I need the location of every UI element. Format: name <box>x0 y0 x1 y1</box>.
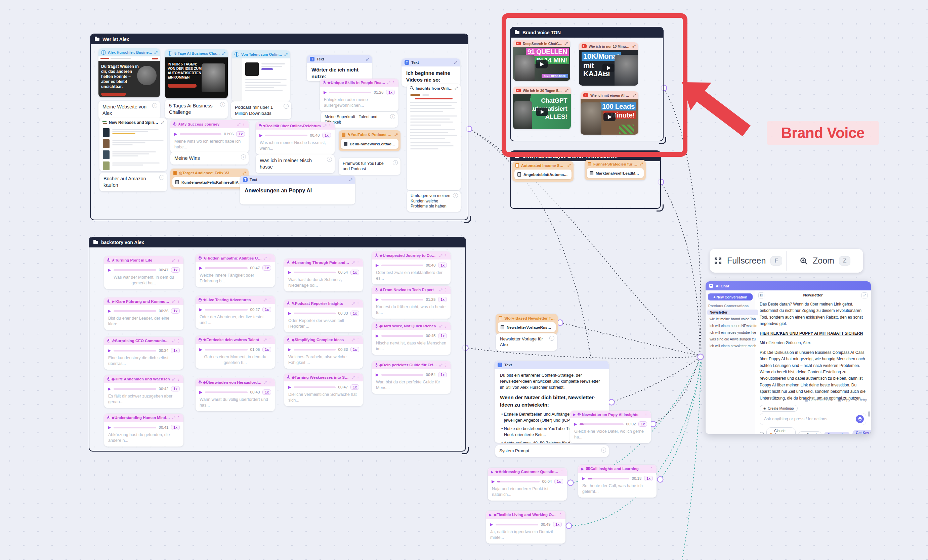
key-insights-button[interactable]: Get Key Insights <box>852 430 871 434</box>
progress-bar[interactable] <box>114 388 156 390</box>
audio-card-header[interactable]: ♥Realität über Online-Reichtum ⤢⋮ <box>256 122 335 129</box>
playback-rate[interactable]: 1x <box>171 425 180 430</box>
expand-icon[interactable]: ⤢ <box>439 254 442 258</box>
play-button[interactable]: ▶ <box>288 385 291 390</box>
audio-card-header[interactable]: ►Klare Führung und Kommunikation⤢⋮ <box>104 297 183 305</box>
play-button[interactable]: ▶ <box>375 333 379 338</box>
play-button[interactable]: ▶ <box>574 422 577 426</box>
expand-icon[interactable]: ⤢ <box>387 81 390 85</box>
audio-card-reporter-insights[interactable]: ✎Podcast Reporter Insights⤢⋮ ▶00:331x Od… <box>284 300 363 332</box>
info-icon[interactable]: i <box>393 160 398 165</box>
progress-bar[interactable] <box>205 309 247 310</box>
progress-bar[interactable] <box>114 427 156 428</box>
progress-bar[interactable] <box>382 299 423 300</box>
more-icon[interactable]: ⋮ <box>444 254 447 258</box>
more-icon[interactable]: ⋮ <box>444 288 447 292</box>
play-button[interactable]: ▶ <box>375 372 379 377</box>
play-button[interactable]: ▶ <box>582 476 585 481</box>
progress-bar[interactable] <box>580 423 623 425</box>
playback-rate[interactable]: 1x <box>171 348 180 353</box>
books-card[interactable]: New Releases and Spiritu... ⤢ <box>99 118 167 171</box>
insights-card[interactable]: Insights from Online B... ⤢ <box>407 84 461 190</box>
web-card-header[interactable]: 5-Tage AI Business Challenge: Autom... ⤢ <box>165 49 228 58</box>
expand-icon[interactable]: ⤢ <box>284 52 287 57</box>
audio-card-success-journey[interactable]: ★My Success Journey ⤢⋮ ▶01:061x Meine wi… <box>170 120 249 153</box>
doc-card-header[interactable]: ◎Target Audience: Felix V3 ⤢ <box>170 169 249 177</box>
info-icon[interactable]: i <box>549 336 554 341</box>
play-button[interactable]: ▶ <box>199 347 202 352</box>
play-button[interactable]: ▶ <box>288 311 291 316</box>
text-card-header[interactable]: T Text ⤢ <box>307 55 372 63</box>
generate-audio-button[interactable]: ▦ Generate audio <box>805 398 833 402</box>
new-conversation-button[interactable]: + New Conversation <box>708 294 752 300</box>
audio-card-header[interactable]: ★Unexpected Journey to Coaching⤢⋮ <box>372 251 450 260</box>
note-card[interactable]: 5 Tages Ai Business Challenge i <box>165 100 228 119</box>
expand-icon[interactable]: ⤢ <box>349 178 352 182</box>
group-header[interactable]: Wer ist Alex <box>91 34 468 44</box>
expand-icon[interactable]: ⤢ <box>263 298 266 302</box>
more-icon[interactable]: ⋮ <box>650 467 653 471</box>
play-button[interactable]: ▶ <box>199 266 202 270</box>
conversation-item[interactable]: was sind die Anweisungen zu <box>707 336 758 342</box>
playback-rate[interactable]: 1x <box>263 307 271 312</box>
audio-card-header[interactable]: ◆Understanding Human Mindsets⤢⋮ <box>104 414 183 422</box>
ai-chat-panel[interactable]: AI Chat + New Conversation Previous Conv… <box>705 282 871 434</box>
audio-card-header[interactable]: ★Learning Through Pain and Support⤢⋮ <box>284 259 363 266</box>
doc-file-row[interactable]: NewsletterVorlageRussellBrunsonfur... <box>498 322 556 332</box>
conversation-item[interactable]: wie ist meine brand voice Ton <box>707 316 758 322</box>
chat-input[interactable]: Ask anything or press / for actions <box>760 413 866 425</box>
play-button[interactable]: ▶ <box>199 390 202 394</box>
expand-icon[interactable]: ⤢ <box>454 61 457 65</box>
playback-rate[interactable]: 1x <box>553 522 562 527</box>
more-icon[interactable]: ⋮ <box>560 470 564 474</box>
expand-icon[interactable]: ⤢ <box>351 375 354 380</box>
play-button[interactable]: ▶ <box>490 522 493 527</box>
note-card[interactable]: Meine Wins i <box>170 152 249 164</box>
playback-rate[interactable]: 1x <box>171 267 180 272</box>
more-icon[interactable]: ⋮ <box>559 513 562 517</box>
expand-icon[interactable]: ⤢ <box>161 120 164 125</box>
more-icon[interactable]: ⋮ <box>356 301 360 306</box>
audio-card-klare-fuehrung[interactable]: ►Klare Führung und Kommunikation⤢⋮ ▶00:3… <box>104 297 183 330</box>
expand-icon[interactable]: ⤢ <box>351 338 354 342</box>
expand-icon[interactable]: ⤢ <box>263 256 266 260</box>
progress-bar[interactable] <box>382 374 423 376</box>
audio-card-realitaet[interactable]: ♥Realität über Online-Reichtum ⤢⋮ ▶00:40… <box>256 122 335 154</box>
audio-card-header[interactable]: ★Hidden Empathic Abilities Unveiled⤢⋮ <box>195 254 275 262</box>
doc-card-target-audience[interactable]: ◎Target Audience: Felix V3 ⤢ Kundenavata… <box>170 169 249 189</box>
progress-bar[interactable] <box>588 478 629 479</box>
audio-card-header[interactable]: ◆Simplifying Complex Ideas⤢⋮ <box>284 336 363 344</box>
expand-icon[interactable]: ⤢ <box>455 86 458 90</box>
web-card-header[interactable]: Von Talent zum Online-Bu... ⤢ <box>232 50 290 58</box>
progress-bar[interactable] <box>205 349 247 350</box>
more-icon[interactable]: ⋮ <box>444 363 447 367</box>
play-button[interactable]: ▶ <box>108 348 111 353</box>
audio-card-hard-work[interactable]: ◆Hard Work, Not Quick Riches⤢⋮ ▶00:451x … <box>372 322 450 355</box>
voice-input-button[interactable] <box>856 415 864 423</box>
expand-icon[interactable]: ⤢ <box>172 339 175 343</box>
audio-card-header[interactable]: ★Turning Point in Life⤢⋮ <box>104 256 183 264</box>
audio-card-header[interactable]: ▶ ◆Flexible Living and Working Options ⋮ <box>486 511 565 519</box>
expand-icon[interactable]: ⤢ <box>172 299 175 303</box>
audio-card-wahres-talent[interactable]: ★Entdecke dein wahres Talent⤢⋮ ▶01:051x … <box>195 336 275 369</box>
doc-card-header[interactable]: Funnel-Strategien für Produktver... ⤢ <box>585 160 646 168</box>
more-icon[interactable]: ⋮ <box>356 375 360 380</box>
expand-chat-icon[interactable]: ⤢ <box>861 292 867 298</box>
more-icon[interactable]: ⋮ <box>356 338 360 342</box>
expand-icon[interactable]: ⤢ <box>351 301 354 306</box>
audio-card-call-insights[interactable]: ▶ ☎Call Insights and Learning ⋮ ▶00:181x… <box>578 465 656 498</box>
web-card-header[interactable]: Alex Hurschler: Business auf Autopil... … <box>98 48 160 56</box>
more-icon[interactable]: ⋮ <box>268 380 272 385</box>
conversation-item[interactable]: ich will einen newsletter mach <box>707 343 758 349</box>
progress-bar[interactable] <box>294 272 335 273</box>
info-icon[interactable]: i <box>220 102 225 107</box>
progress-bar[interactable] <box>114 269 156 271</box>
more-icon[interactable]: ⋮ <box>242 122 246 126</box>
playback-rate[interactable]: 1x <box>554 479 563 484</box>
audio-card-header[interactable]: ◆Hilfe Annehmen und Wachsen⤢⋮ <box>104 375 183 383</box>
audio-card-header[interactable]: ★Unique Skills in People Reading ⤢⋮ <box>320 79 398 87</box>
progress-bar[interactable] <box>382 335 423 337</box>
playback-rate[interactable]: 1x <box>438 263 447 268</box>
zoom-button[interactable]: Zoom Z <box>786 249 863 272</box>
chat-scrollbar[interactable] <box>868 411 870 417</box>
